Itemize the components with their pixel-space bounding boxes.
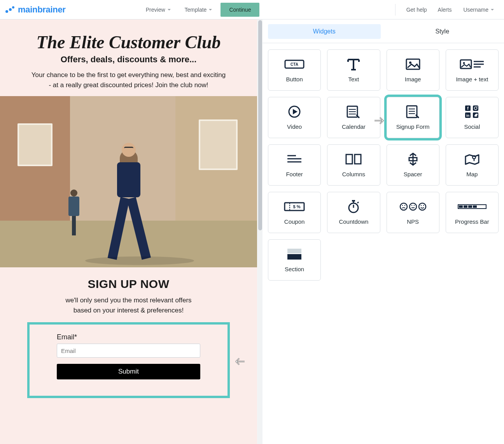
widget-button[interactable]: CTA Button bbox=[268, 49, 321, 91]
tab-style[interactable]: Style bbox=[386, 24, 499, 39]
chevron-down-icon bbox=[168, 9, 171, 11]
social-icon: f in bbox=[464, 103, 481, 121]
svg-rect-54 bbox=[468, 205, 472, 208]
widget-calendar[interactable]: Calendar bbox=[327, 97, 380, 138]
widget-video[interactable]: Video bbox=[268, 97, 321, 138]
alerts-link[interactable]: Alerts bbox=[433, 4, 457, 15]
email-label: Email* bbox=[57, 333, 200, 341]
widget-label: Image bbox=[405, 76, 421, 83]
scrollbar-thumb[interactable] bbox=[258, 20, 262, 230]
tab-widgets[interactable]: Widgets bbox=[268, 24, 381, 39]
hero-title: The Elite Customer Club bbox=[4, 33, 253, 51]
svg-point-41 bbox=[400, 203, 407, 210]
svg-rect-38 bbox=[352, 200, 355, 202]
svg-text:in: in bbox=[466, 114, 469, 118]
brand-logo[interactable]: mainbrainer bbox=[5, 5, 66, 15]
main: The Elite Customer Club Offers, deals, d… bbox=[0, 19, 504, 444]
hero-subtitle: Offers, deals, discounts & more... bbox=[4, 54, 253, 65]
hero-block: The Elite Customer Club Offers, deals, d… bbox=[0, 19, 257, 90]
editor-canvas[interactable]: The Elite Customer Club Offers, deals, d… bbox=[0, 19, 257, 444]
svg-point-3 bbox=[409, 61, 411, 64]
widget-section[interactable]: Section bbox=[268, 239, 321, 281]
signup-block: SIGN UP NOW we'll only send you the most… bbox=[0, 267, 257, 425]
get-help-link[interactable]: Get help bbox=[402, 4, 432, 15]
widget-text[interactable]: Text bbox=[327, 49, 380, 91]
widget-image[interactable]: Image bbox=[387, 49, 439, 91]
brand-name: mainbrainer bbox=[18, 5, 66, 15]
widget-social[interactable]: f in Social bbox=[446, 97, 499, 138]
signup-text-line1: we'll only send you the most relevant of… bbox=[65, 297, 191, 304]
widget-signup-form[interactable]: Signup Form bbox=[387, 97, 439, 138]
username-label: Username bbox=[463, 7, 488, 13]
widget-map[interactable]: Map bbox=[446, 144, 499, 186]
calendar-icon bbox=[346, 103, 361, 121]
svg-point-46 bbox=[413, 205, 414, 206]
widget-label: Section bbox=[285, 266, 304, 273]
svg-line-40 bbox=[357, 202, 359, 203]
separator bbox=[395, 4, 396, 16]
brand-logo-icon bbox=[5, 5, 16, 14]
svg-rect-52 bbox=[459, 205, 463, 208]
widget-label: Signup Form bbox=[396, 124, 430, 130]
svg-rect-57 bbox=[287, 254, 301, 260]
widget-label: Video bbox=[287, 124, 302, 130]
arrow-left-icon bbox=[231, 357, 245, 366]
right-panel: Widgets Style CTA Button Text I bbox=[262, 19, 504, 444]
svg-point-50 bbox=[423, 205, 424, 206]
text-icon bbox=[346, 55, 361, 73]
image-text-icon bbox=[460, 55, 485, 73]
topbar-right: Get help Alerts Username bbox=[390, 4, 499, 16]
submit-button[interactable]: Submit bbox=[57, 364, 200, 379]
svg-point-45 bbox=[411, 205, 412, 206]
signup-title: SIGN UP NOW bbox=[4, 277, 253, 291]
chevron-down-icon bbox=[491, 9, 494, 11]
map-icon bbox=[464, 150, 480, 168]
template-dropdown[interactable]: Template bbox=[179, 4, 218, 16]
hero-text: Your chance to be the first to get every… bbox=[20, 70, 238, 90]
username-dropdown[interactable]: Username bbox=[458, 4, 499, 16]
svg-rect-56 bbox=[287, 249, 301, 253]
hero-image bbox=[0, 96, 257, 267]
svg-rect-20 bbox=[473, 105, 478, 111]
cta-button-icon: CTA bbox=[284, 55, 304, 73]
image-icon bbox=[405, 55, 421, 73]
widget-image-text[interactable]: Image + text bbox=[446, 49, 499, 91]
preview-dropdown[interactable]: Preview bbox=[140, 4, 176, 16]
continue-button[interactable]: Continue bbox=[220, 3, 259, 17]
widget-label: Columns bbox=[342, 171, 365, 178]
arrow-right-icon bbox=[374, 116, 388, 125]
svg-point-32 bbox=[472, 156, 476, 159]
preview-label: Preview bbox=[146, 7, 165, 13]
form-icon bbox=[406, 103, 420, 121]
widget-label: Button bbox=[286, 76, 303, 83]
widget-footer[interactable]: Footer bbox=[268, 144, 321, 186]
svg-point-44 bbox=[410, 203, 416, 210]
footer-icon bbox=[286, 150, 303, 168]
widget-spacer[interactable]: Spacer bbox=[387, 144, 439, 186]
widget-nps[interactable]: NPS bbox=[387, 192, 439, 233]
widget-label: Coupon bbox=[284, 219, 305, 225]
svg-point-48 bbox=[419, 203, 426, 210]
section-icon bbox=[286, 245, 303, 263]
widget-columns[interactable]: Columns bbox=[327, 144, 380, 186]
widget-label: Calendar bbox=[342, 124, 366, 130]
signup-form-widget[interactable]: Email* Submit bbox=[27, 322, 230, 398]
signup-text: we'll only send you the most relevant of… bbox=[43, 295, 214, 315]
widget-countdown[interactable]: Countdown bbox=[327, 192, 380, 233]
svg-point-42 bbox=[402, 205, 402, 206]
widgets-grid: CTA Button Text Image Image bbox=[262, 43, 504, 287]
email-input[interactable] bbox=[57, 344, 200, 358]
canvas-scrollbar[interactable] bbox=[257, 19, 262, 444]
svg-rect-29 bbox=[346, 154, 352, 164]
widget-label: Progress Bar bbox=[455, 219, 489, 225]
svg-rect-30 bbox=[355, 154, 361, 164]
progress-bar-icon bbox=[457, 198, 487, 216]
svg-point-5 bbox=[463, 62, 465, 64]
svg-rect-53 bbox=[464, 205, 467, 208]
signup-text-line2: based on your interest & preferences! bbox=[74, 307, 184, 314]
widget-label: Image + text bbox=[456, 76, 488, 83]
widget-progress-bar[interactable]: Progress Bar bbox=[446, 192, 499, 233]
svg-point-49 bbox=[420, 205, 421, 206]
widget-coupon[interactable]: $ % Coupon bbox=[268, 192, 321, 233]
widget-label: Countdown bbox=[339, 219, 368, 225]
